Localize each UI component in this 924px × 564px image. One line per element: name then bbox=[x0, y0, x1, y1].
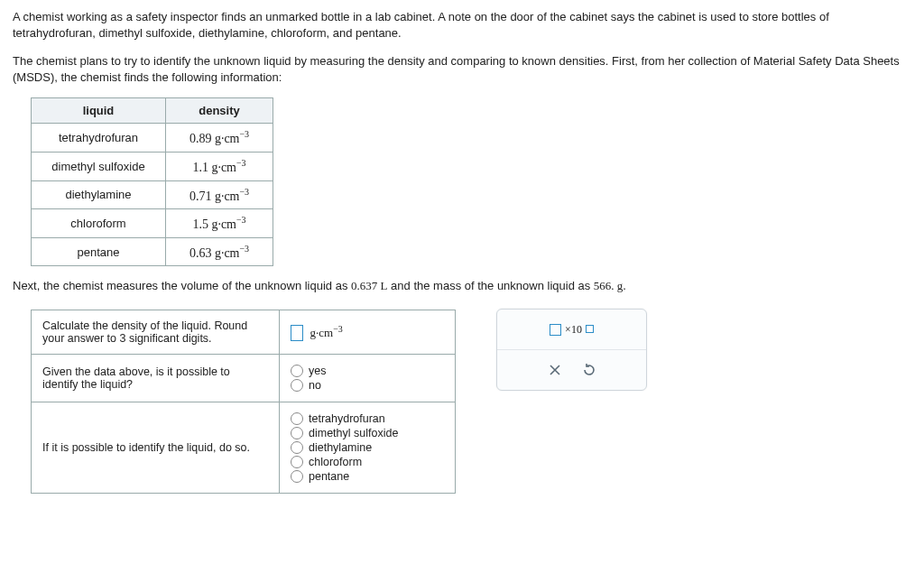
option-label: pentane bbox=[309, 470, 349, 483]
radio-no[interactable] bbox=[291, 379, 303, 392]
radio-option[interactable] bbox=[291, 456, 303, 468]
density-value: 0.63 g·cm−3 bbox=[166, 237, 273, 266]
col-header-density: density bbox=[166, 98, 273, 124]
question-identify: If it is possible to identify the liquid… bbox=[32, 402, 280, 494]
question-density: Calculate the density of the liquid. Rou… bbox=[32, 310, 280, 355]
sci-notation-button[interactable]: ×10 bbox=[497, 310, 646, 349]
liquid-name: tetrahydrofuran bbox=[32, 124, 166, 153]
reset-button[interactable] bbox=[574, 357, 605, 383]
density-value: 1.5 g·cm−3 bbox=[166, 209, 273, 238]
density-value: 0.71 g·cm−3 bbox=[166, 180, 273, 209]
radio-yes[interactable] bbox=[291, 365, 303, 377]
col-header-liquid: liquid bbox=[32, 98, 166, 124]
option-label: diethylamine bbox=[309, 441, 372, 454]
liquid-name: dimethyl sulfoxide bbox=[32, 152, 166, 180]
radio-option[interactable] bbox=[291, 470, 303, 483]
option-label: tetrahydrofuran bbox=[309, 412, 385, 425]
density-value: 1.1 g·cm−3 bbox=[166, 152, 273, 180]
density-unit: g·cm−3 bbox=[310, 326, 342, 339]
measurement-line: Next, the chemist measures the volume of… bbox=[13, 279, 911, 293]
question-possible: Given the data above, is it possible to … bbox=[32, 355, 280, 402]
density-input[interactable] bbox=[291, 325, 303, 341]
intro-paragraph-1: A chemist working as a safety inspector … bbox=[13, 9, 911, 41]
radio-option[interactable] bbox=[291, 441, 303, 454]
option-label: dimethyl sulfoxide bbox=[309, 427, 398, 439]
option-label: chloroform bbox=[309, 456, 362, 468]
density-table: liquid density tetrahydrofuran0.89 g·cm−… bbox=[31, 97, 273, 266]
table-row: dimethyl sulfoxide1.1 g·cm−3 bbox=[32, 152, 273, 180]
table-row: pentane0.63 g·cm−3 bbox=[32, 237, 273, 266]
times-ten-label: ×10 bbox=[565, 323, 582, 337]
clear-button[interactable] bbox=[540, 357, 570, 383]
option-label: no bbox=[309, 379, 321, 392]
tool-panel: ×10 bbox=[496, 309, 647, 391]
table-row: tetrahydrofuran0.89 g·cm−3 bbox=[32, 124, 273, 153]
liquid-name: chloroform bbox=[32, 209, 166, 238]
radio-option[interactable] bbox=[291, 412, 303, 425]
radio-option[interactable] bbox=[291, 427, 303, 439]
table-row: diethylamine0.71 g·cm−3 bbox=[32, 180, 273, 209]
placeholder-box-icon bbox=[550, 324, 561, 336]
table-row: chloroform1.5 g·cm−3 bbox=[32, 209, 273, 238]
answer-table: Calculate the density of the liquid. Rou… bbox=[31, 310, 456, 494]
option-label: yes bbox=[309, 365, 326, 377]
exponent-box-icon bbox=[586, 325, 594, 333]
liquid-name: diethylamine bbox=[32, 180, 166, 209]
liquid-name: pentane bbox=[32, 237, 166, 266]
intro-paragraph-2: The chemist plans to try to identify the… bbox=[13, 53, 911, 85]
density-value: 0.89 g·cm−3 bbox=[166, 124, 273, 153]
